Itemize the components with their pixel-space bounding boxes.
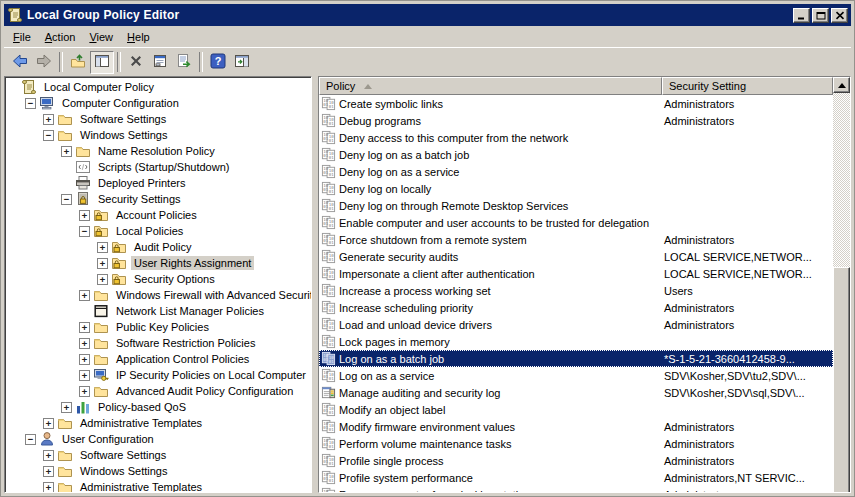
show-action-pane-button[interactable] [230,51,254,74]
policy-name: Remove computer from docking station [339,489,662,493]
expand-plus-icon[interactable]: + [97,258,108,269]
properties-button[interactable] [148,51,172,74]
expand-plus-icon[interactable]: + [79,370,90,381]
policy-row-lock-pages-in-memory[interactable]: 10011001Lock pages in memory [319,333,833,350]
tree-item-user-rights-assignment[interactable]: +User Rights Assignment [5,255,311,271]
policy-row-perform-volume-maintenance-tasks[interactable]: 10011001Perform volume maintenance tasks… [319,435,833,452]
column-header-security-setting[interactable]: Security Setting [662,77,833,95]
svg-text:01: 01 [329,444,334,449]
expand-plus-icon[interactable]: + [97,242,108,253]
tree-item-administrative-templates[interactable]: +Administrative Templates [5,415,311,431]
policy-row-profile-system-performance[interactable]: 10011001Profile system performanceAdmini… [319,469,833,486]
tree-item-account-policies[interactable]: +Account Policies [5,207,311,223]
policy-row-increase-a-process-working-set[interactable]: 10011001Increase a process working setUs… [319,282,833,299]
collapse-minus-icon[interactable]: − [43,130,54,141]
policy-document-icon: 10011001 [321,300,336,315]
tree-item-local-computer-policy[interactable]: Local Computer Policy [5,79,311,95]
tree-item-name-resolution-policy[interactable]: +Name Resolution Policy [5,143,311,159]
expand-plus-icon[interactable]: + [79,290,90,301]
scroll-up-button[interactable] [833,77,850,93]
close-button[interactable] [831,8,848,23]
menu-action[interactable]: Action [38,28,83,46]
expand-plus-icon[interactable]: + [43,450,54,461]
tree-item-computer-configuration[interactable]: −Computer Configuration [5,95,311,111]
tree-item-security-settings[interactable]: −Security Settings [5,191,311,207]
help-button[interactable]: ? [206,51,230,74]
policy-row-log-on-as-a-service[interactable]: 10011001Log on as a serviceSDV\Kosher,SD… [319,367,833,384]
tree-item-application-control-policies[interactable]: +Application Control Policies [5,351,311,367]
policy-row-enable-computer-and-user-accounts-to-be-trusted-for-delegation[interactable]: 10011001Enable computer and user account… [319,214,833,231]
expand-plus-icon[interactable]: + [97,274,108,285]
policy-row-deny-log-on-through-remote-desktop-services[interactable]: 10011001Deny log on through Remote Deskt… [319,197,833,214]
column-header-policy[interactable]: Policy [319,77,662,95]
expand-plus-icon[interactable]: + [79,210,90,221]
expand-plus-icon[interactable]: + [79,322,90,333]
tree-item-local-policies[interactable]: −Local Policies [5,223,311,239]
tree-item-network-list-manager-policies[interactable]: Network List Manager Policies [5,303,311,319]
tree-item-administrative-templates[interactable]: +Administrative Templates [5,479,311,493]
folder-icon [57,127,73,143]
expand-plus-icon[interactable]: + [61,402,72,413]
tree-item-software-settings[interactable]: +Software Settings [5,447,311,463]
collapse-minus-icon[interactable]: − [25,98,36,109]
export-list-button[interactable] [172,51,196,74]
policy-row-deny-log-on-as-a-service[interactable]: 10011001Deny log on as a service [319,163,833,180]
policy-row-deny-access-to-this-computer-from-the-network[interactable]: 10011001Deny access to this computer fro… [319,129,833,146]
expand-plus-icon[interactable]: + [79,386,90,397]
minimize-button[interactable] [793,8,810,23]
policy-row-increase-scheduling-priority[interactable]: 10011001Increase scheduling priorityAdmi… [319,299,833,316]
tree-item-advanced-audit-policy-configuration[interactable]: +Advanced Audit Policy Configuration [5,383,311,399]
collapse-minus-icon[interactable]: − [61,194,72,205]
expand-plus-icon[interactable]: + [61,146,72,157]
expand-plus-icon[interactable]: + [79,354,90,365]
policy-row-impersonate-a-client-after-authentication[interactable]: 10011001Impersonate a client after authe… [319,265,833,282]
svg-text:01: 01 [329,359,334,364]
tree-item-deployed-printers[interactable]: Deployed Printers [5,175,311,191]
list-rows: 10011001Create symbolic linksAdministrat… [319,95,833,492]
tree-item-public-key-policies[interactable]: +Public Key Policies [5,319,311,335]
menu-view[interactable]: View [82,28,120,46]
policy-row-modify-firmware-environment-values[interactable]: 10011001Modify firmware environment valu… [319,418,833,435]
tree-item-windows-settings[interactable]: −Windows Settings [5,127,311,143]
policy-row-deny-log-on-locally[interactable]: 10011001Deny log on locally [319,180,833,197]
policy-row-load-and-unload-device-drivers[interactable]: 10011001Load and unload device driversAd… [319,316,833,333]
forward-arrow-button[interactable] [32,51,56,74]
tree-item-windows-firewall-with-advanced-security[interactable]: +Windows Firewall with Advanced Security [5,287,311,303]
policy-row-profile-single-process[interactable]: 10011001Profile single processAdministra… [319,452,833,469]
policy-row-manage-auditing-and-security-log[interactable]: Manage auditing and security logSDV\Kosh… [319,384,833,401]
tree-item-software-settings[interactable]: +Software Settings [5,111,311,127]
tree-item-scripts-startup-shutdown[interactable]: Scripts (Startup/Shutdown) [5,159,311,175]
back-arrow-button[interactable] [8,51,32,74]
tree-item-windows-settings[interactable]: +Windows Settings [5,463,311,479]
tree-item-user-configuration[interactable]: −User Configuration [5,431,311,447]
tree-item-ip-security-policies-on-local-computer[interactable]: +IP Security Policies on Local Computer [5,367,311,383]
collapse-minus-icon[interactable]: − [79,226,90,237]
expand-plus-icon[interactable]: + [43,418,54,429]
collapse-minus-icon[interactable]: − [25,434,36,445]
expand-plus-icon[interactable]: + [43,466,54,477]
policy-row-log-on-as-a-batch-job[interactable]: 10011001Log on as a batch job*S-1-5-21-3… [319,350,833,367]
menu-file[interactable]: File [6,28,38,46]
delete-button[interactable] [124,51,148,74]
policy-row-modify-an-object-label[interactable]: 10011001Modify an object label [319,401,833,418]
policy-row-remove-computer-from-docking-station[interactable]: 10011001Remove computer from docking sta… [319,486,833,492]
tree-item-software-restriction-policies[interactable]: +Software Restriction Policies [5,335,311,351]
policy-row-force-shutdown-from-a-remote-system[interactable]: 10011001Force shutdown from a remote sys… [319,231,833,248]
tree-item-policy-based-qos[interactable]: +Policy-based QoS [5,399,311,415]
expand-plus-icon[interactable]: + [43,482,54,493]
menu-help[interactable]: Help [120,28,157,46]
policy-row-generate-security-audits[interactable]: 10011001Generate security auditsLOCAL SE… [319,248,833,265]
svg-text:01: 01 [323,476,328,481]
policy-row-deny-log-on-as-a-batch-job[interactable]: 10011001Deny log on as a batch job [319,146,833,163]
expand-plus-icon[interactable]: + [43,114,54,125]
vertical-scrollbar[interactable] [833,77,850,492]
policy-row-create-symbolic-links[interactable]: 10011001Create symbolic linksAdministrat… [319,95,833,112]
tree-item-security-options[interactable]: +Security Options [5,271,311,287]
policy-row-debug-programs[interactable]: 10011001Debug programsAdministrators [319,112,833,129]
show-console-tree-button[interactable] [90,51,114,74]
tree-item-audit-policy[interactable]: +Audit Policy [5,239,311,255]
expand-plus-icon[interactable]: + [79,338,90,349]
up-one-level-button[interactable] [66,51,90,74]
maximize-button[interactable] [812,8,829,23]
scrollbar-thumb[interactable] [833,267,850,493]
